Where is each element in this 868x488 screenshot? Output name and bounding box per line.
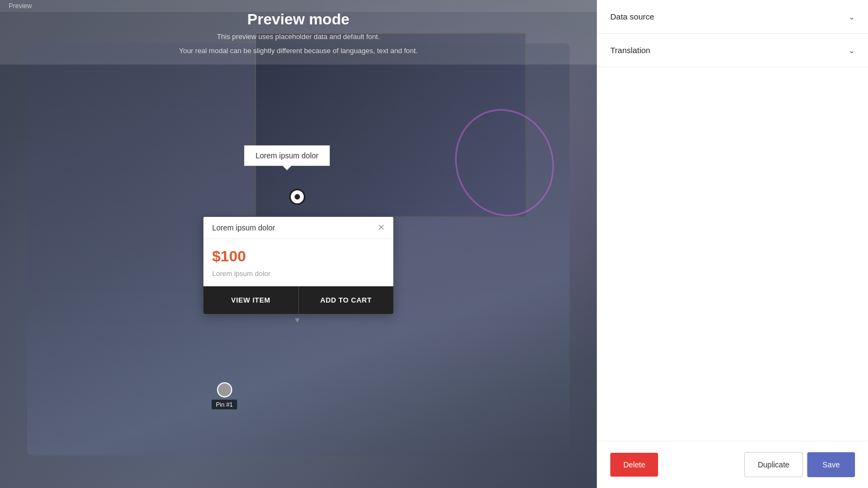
pin-tag-text: Pin #1 [212,400,237,409]
right-panel-content: Data source ⌄ Translation ⌄ [597,0,868,441]
chevron-down-icon-translation: ⌄ [848,46,855,55]
accordion-data-source: Data source ⌄ [597,0,868,34]
modal-description: Lorem ipsum dolor [212,269,385,278]
duplicate-button[interactable]: Duplicate [744,452,803,477]
modal-popup: Lorem ipsum dolor ✕ $100 Lorem ipsum dol… [203,217,393,314]
top-bar: Preview [0,0,597,12]
save-button[interactable]: Save [807,452,855,477]
accordion-header-data-source[interactable]: Data source ⌄ [597,0,868,33]
accordion-header-translation[interactable]: Translation ⌄ [597,34,868,67]
btn-group-right: Duplicate Save [744,452,855,477]
preview-title: Preview mode [0,11,597,28]
modal-footer: VIEW ITEM ADD TO CART [203,286,393,314]
close-icon[interactable]: ✕ [378,223,385,232]
down-arrow-icon: ▼ [293,316,301,324]
modal-price: $100 [212,248,385,265]
tooltip-bubble: Lorem ipsum dolor [244,145,330,166]
modal-title: Lorem ipsum dolor [212,223,275,232]
right-panel: Data source ⌄ Translation ⌄ Delete Dupli… [597,0,868,488]
add-to-cart-button[interactable]: ADD TO CART [299,286,394,314]
preview-subtitle-2: Your real modal can be slightly differen… [0,46,597,56]
pin-dot[interactable] [289,189,305,205]
accordion-label-translation: Translation [610,46,650,55]
accordion-label-data-source: Data source [610,12,654,21]
top-bar-label: Preview [9,2,32,10]
pin-dot-inner [295,194,300,200]
accordion-translation: Translation ⌄ [597,34,868,67]
chevron-down-icon-data-source: ⌄ [848,12,855,21]
preview-panel: Preview Preview mode This preview uses p… [0,0,597,488]
preview-subtitle-1: This preview uses placeholder data and d… [0,31,597,42]
tooltip-text: Lorem ipsum dolor [256,151,318,160]
view-item-button[interactable]: VIEW ITEM [203,286,299,314]
bottom-action-bar: Delete Duplicate Save [597,441,868,488]
modal-body: $100 Lorem ipsum dolor [203,239,393,286]
pin-avatar [217,382,232,397]
delete-button[interactable]: Delete [610,453,658,477]
modal-header: Lorem ipsum dolor ✕ [203,217,393,239]
pin-label: Pin #1 [212,382,237,409]
